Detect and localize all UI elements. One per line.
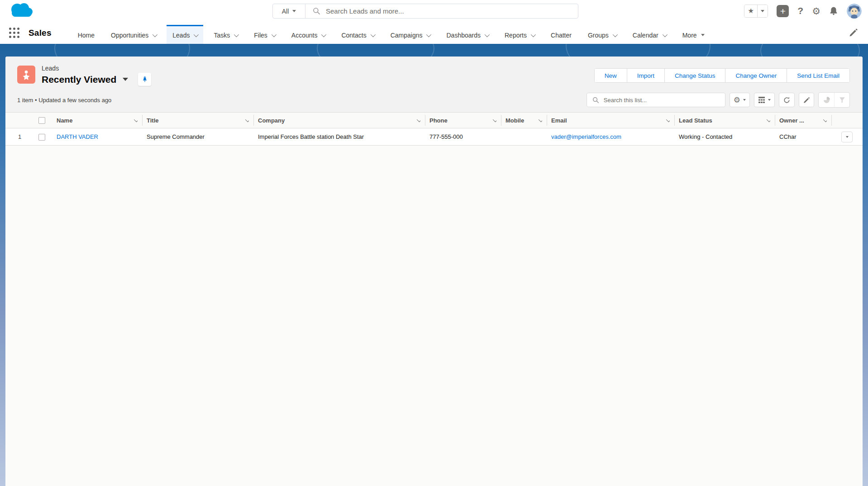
lead-object-icon [17, 66, 35, 84]
chevron-down-icon[interactable] [666, 117, 670, 122]
caret-down-icon [768, 99, 771, 101]
column-header-email[interactable]: Email [547, 113, 674, 128]
app-name: Sales [29, 28, 52, 38]
chevron-down-icon[interactable] [662, 32, 667, 37]
tab-groups[interactable]: Groups [582, 25, 622, 44]
select-all-checkbox[interactable] [38, 117, 45, 124]
lead-email-link[interactable]: vader@imperialforces.com [551, 133, 621, 140]
row-actions-header [831, 113, 863, 128]
list-view-selector-caret-icon[interactable] [123, 78, 128, 81]
chevron-down-icon[interactable] [272, 32, 277, 37]
chevron-down-icon[interactable] [613, 32, 618, 37]
send-list-email-button[interactable]: Send List Email [787, 69, 849, 82]
tab-chatter[interactable]: Chatter [545, 25, 577, 44]
chevron-down-icon[interactable] [485, 32, 490, 37]
tab-more[interactable]: More [677, 25, 711, 44]
import-button[interactable]: Import [627, 69, 664, 82]
list-body-empty-area [5, 146, 863, 486]
tab-accounts[interactable]: Accounts [286, 25, 331, 44]
caret-down-icon [846, 136, 849, 138]
favorites-caret-icon[interactable] [758, 5, 768, 17]
chevron-down-icon[interactable] [426, 32, 431, 37]
search-scope-label: All [282, 8, 289, 15]
tab-campaigns[interactable]: Campaigns [385, 25, 436, 44]
row-checkbox[interactable] [38, 134, 45, 141]
search-icon [313, 7, 320, 15]
column-header-lead-status[interactable]: Lead Status [674, 113, 775, 128]
row-number-header [5, 113, 34, 128]
change-status-button[interactable]: Change Status [664, 69, 725, 82]
change-owner-button[interactable]: Change Owner [725, 69, 787, 82]
chevron-down-icon[interactable] [539, 117, 542, 122]
display-as-button[interactable] [754, 93, 775, 107]
cell-mobile [501, 128, 547, 146]
chevron-down-icon[interactable] [134, 117, 138, 122]
chevron-down-icon[interactable] [531, 32, 536, 37]
favorites-star-icon[interactable]: ★ [744, 5, 758, 17]
cell-phone: 777-555-000 [425, 128, 501, 146]
tab-dashboards[interactable]: Dashboards [440, 25, 494, 44]
row-actions-button[interactable] [841, 132, 853, 142]
object-label: Leads [42, 65, 151, 72]
refresh-button[interactable] [779, 93, 795, 107]
cell-email: vader@imperialforces.com [547, 128, 674, 146]
chevron-down-icon[interactable] [767, 117, 770, 122]
global-actions-plus-icon[interactable]: + [777, 5, 789, 17]
column-header-title[interactable]: Title [142, 113, 253, 128]
chevron-down-icon[interactable] [823, 117, 827, 122]
tab-home[interactable]: Home [72, 25, 100, 44]
page-background: Leads Recently Viewed [0, 44, 868, 486]
select-all-header [34, 113, 52, 128]
tab-leads[interactable]: Leads [167, 25, 203, 44]
lead-name-link[interactable]: DARTH VADER [57, 133, 98, 140]
chevron-down-icon[interactable] [194, 32, 199, 37]
pin-list-button[interactable] [138, 73, 151, 86]
edit-navigation-pencil-icon[interactable] [849, 28, 858, 37]
list-settings-gear-icon: ⚙ [734, 96, 740, 104]
chevron-down-icon[interactable] [321, 32, 326, 37]
cell-company: Imperial Forces Battle station Death Sta… [253, 128, 425, 146]
column-header-phone[interactable]: Phone [425, 113, 501, 128]
favorites-button-group: ★ [744, 5, 768, 18]
tab-opportunities[interactable]: Opportunities [105, 25, 162, 44]
list-view-settings-button[interactable]: ⚙ [730, 93, 750, 107]
chevron-down-icon[interactable] [234, 32, 239, 37]
help-icon[interactable]: ? [797, 5, 803, 16]
setup-gear-icon[interactable]: ⚙ [812, 6, 820, 16]
column-header-owner[interactable]: Owner ... [775, 113, 831, 128]
column-header-company[interactable]: Company [253, 113, 425, 128]
search-scope-selector[interactable]: All [273, 4, 305, 18]
cell-name: DARTH VADER [52, 128, 142, 146]
tab-files[interactable]: Files [248, 25, 281, 44]
app-navigation-bar: Sales Home Opportunities Leads Tasks Fil… [0, 22, 868, 44]
salesforce-cloud-icon[interactable] [8, 1, 34, 20]
app-launcher-icon[interactable] [9, 28, 19, 38]
tab-contacts[interactable]: Contacts [335, 25, 380, 44]
pin-icon [142, 76, 148, 83]
list-view-title[interactable]: Recently Viewed [42, 74, 116, 85]
caret-down-icon [701, 34, 705, 36]
list-search-box [587, 93, 725, 107]
tab-tasks[interactable]: Tasks [208, 25, 243, 44]
column-header-mobile[interactable]: Mobile [501, 113, 547, 128]
new-button[interactable]: New [595, 69, 627, 82]
list-search-input[interactable] [604, 97, 720, 104]
chevron-down-icon[interactable] [153, 32, 157, 37]
notifications-bell-icon[interactable] [829, 6, 838, 16]
leads-table: Name Title Company Phone Mobile Email Le… [5, 112, 863, 146]
row-select-cell [34, 128, 52, 146]
user-avatar[interactable] [847, 4, 862, 19]
chevron-down-icon[interactable] [493, 117, 496, 122]
inline-edit-button[interactable] [799, 93, 814, 107]
cell-owner-alias: CChar [775, 128, 831, 146]
table-header-row: Name Title Company Phone Mobile Email Le… [5, 113, 863, 128]
tab-reports[interactable]: Reports [499, 25, 540, 44]
tab-calendar[interactable]: Calendar [627, 25, 672, 44]
chevron-down-icon[interactable] [417, 117, 420, 122]
chevron-down-icon[interactable] [245, 117, 249, 122]
chevron-down-icon[interactable] [370, 32, 375, 37]
global-search-input[interactable] [326, 7, 578, 15]
chart-filter-button-group [818, 92, 850, 108]
column-header-name[interactable]: Name [52, 113, 142, 128]
list-action-buttons: New Import Change Status Change Owner Se… [594, 68, 850, 83]
